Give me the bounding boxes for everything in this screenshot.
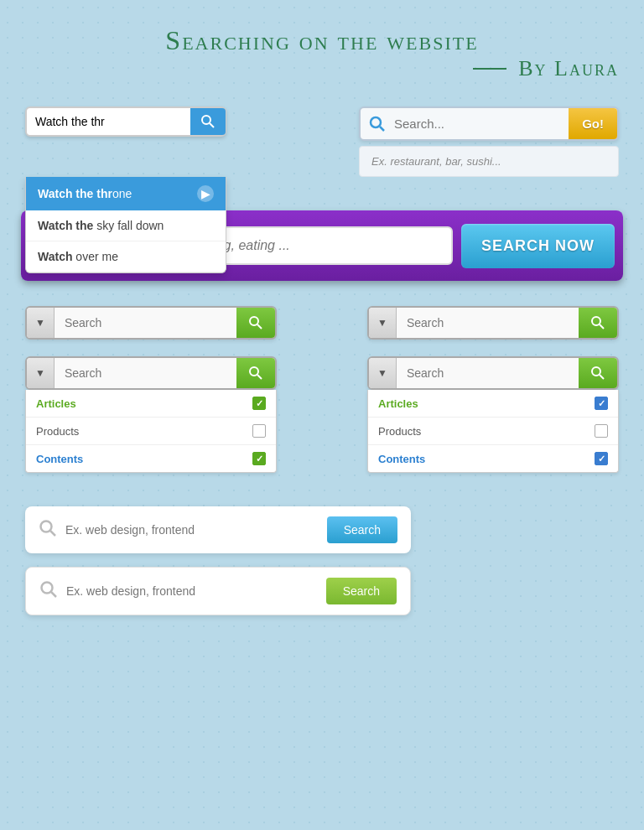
search-icon: [590, 366, 605, 381]
filter-checkbox-contents[interactable]: ✓: [252, 452, 266, 465]
page-subtitle: By Laura: [0, 56, 644, 81]
dropdown-search-left-bottom: ▼ Articles ✓ Products Contents: [25, 356, 277, 473]
filter-label: Articles: [378, 397, 418, 410]
autocomplete-item[interactable]: Watch the throne ▶: [26, 177, 226, 210]
svg-point-2: [371, 117, 381, 127]
svg-point-12: [592, 367, 600, 376]
dropdown-search-row: ▼: [367, 356, 619, 390]
autocomplete-dropdown: Watch the throne ▶ Watch the sky fall do…: [25, 177, 226, 273]
autocomplete-search-button[interactable]: [190, 108, 226, 135]
svg-line-11: [257, 375, 262, 379]
autocomplete-widget: Watch the throne ▶ Watch the sky fall do…: [25, 106, 226, 177]
dropdown-arrow-button[interactable]: ▼: [27, 308, 55, 338]
bottom-search-input-2[interactable]: [66, 584, 318, 598]
filter-checkbox-contents[interactable]: ✓: [595, 452, 608, 465]
search-icon: [590, 315, 605, 330]
page-title: Searching on the website: [0, 25, 644, 56]
filter-label: Contents: [36, 453, 83, 465]
filter-label: Products: [378, 425, 421, 438]
filter-item-contents[interactable]: Contents ✓: [368, 445, 618, 472]
autocomplete-input[interactable]: [27, 108, 190, 135]
svg-line-1: [210, 123, 214, 127]
search-icon: [248, 315, 263, 330]
go-search-hint: Ex. restaurant, bar, sushi...: [359, 146, 619, 177]
dropdown-search-right-top: ▼: [367, 306, 619, 340]
filter-item-products[interactable]: Products: [368, 418, 618, 445]
svg-line-3: [380, 127, 384, 131]
autocomplete-input-row: [25, 106, 226, 137]
search-icon: [248, 366, 263, 381]
dropdown-search-button[interactable]: [236, 358, 275, 388]
filter-checkbox-products[interactable]: [595, 424, 608, 438]
dropdown-search-row: ▼: [25, 356, 277, 390]
dropdown-arrow-button[interactable]: ▼: [369, 358, 397, 388]
dropdown-search-left-top: ▼: [25, 306, 277, 340]
svg-line-17: [51, 592, 56, 597]
dropdown-search-row: ▼: [367, 306, 619, 340]
go-search-widget: Go! Ex. restaurant, bar, sushi...: [359, 106, 619, 177]
section-search-demos: Watch the throne ▶ Watch the sky fall do…: [0, 90, 644, 202]
page-header: Searching on the website By Laura: [0, 0, 644, 90]
filter-checkbox-products[interactable]: [252, 424, 266, 438]
bottom-search-card-1: Search: [25, 506, 411, 553]
filter-checkbox-articles[interactable]: ✓: [252, 397, 266, 410]
svg-line-13: [600, 375, 604, 379]
svg-point-8: [592, 317, 600, 325]
dropdown-search-bottom-row: ▼ Articles ✓ Products Contents: [0, 356, 644, 473]
bottom-search-button-1[interactable]: Search: [327, 516, 397, 543]
filter-dropdown: Articles ✓ Products Contents ✓: [367, 390, 619, 473]
filter-dropdown: Articles ✓ Products Contents ✓: [25, 390, 277, 473]
dropdown-search-input[interactable]: [55, 358, 236, 388]
filter-label: Articles: [36, 397, 76, 410]
search-icon: [200, 114, 216, 129]
filter-item-articles[interactable]: Articles ✓: [26, 390, 276, 418]
bottom-search-card-2: Search: [25, 567, 411, 615]
dropdown-arrow-button[interactable]: ▼: [369, 308, 397, 338]
svg-line-9: [600, 324, 604, 329]
svg-point-0: [202, 116, 210, 124]
go-search-input[interactable]: [394, 108, 569, 139]
dropdown-search-input[interactable]: [55, 308, 236, 338]
bottom-search-button-2[interactable]: Search: [326, 578, 397, 604]
dropdown-search-input[interactable]: [397, 358, 579, 388]
svg-line-7: [257, 324, 262, 329]
filter-label: Products: [36, 425, 79, 438]
dropdown-search-row: ▼: [25, 306, 277, 340]
search-icon: [39, 519, 57, 542]
go-search-row: Go!: [359, 106, 619, 141]
filter-item-articles[interactable]: Articles ✓: [368, 390, 618, 418]
svg-point-16: [42, 582, 53, 593]
svg-point-14: [41, 521, 52, 532]
autocomplete-item[interactable]: Watch over me: [26, 241, 226, 272]
search-icon: [39, 580, 58, 603]
filter-item-products[interactable]: Products: [26, 418, 276, 445]
play-icon: ▶: [197, 185, 214, 202]
dropdown-search-input[interactable]: [397, 308, 579, 338]
search-now-button[interactable]: SEARCH NOW: [461, 224, 615, 268]
bottom-search-section: Search Search: [0, 490, 644, 632]
svg-point-10: [250, 367, 258, 376]
go-button[interactable]: Go!: [569, 108, 617, 139]
filter-item-contents[interactable]: Contents ✓: [26, 445, 276, 472]
dropdown-search-right-bottom: ▼ Articles ✓ Products Contents: [367, 356, 619, 473]
svg-line-15: [50, 531, 55, 536]
dropdown-search-top-row: ▼ ▼: [0, 306, 644, 340]
dropdown-search-button[interactable]: [236, 308, 275, 338]
dropdown-search-button[interactable]: [579, 358, 617, 388]
subtitle-line: [473, 68, 506, 70]
go-search-icon: [361, 116, 394, 132]
filter-label: Contents: [378, 453, 425, 465]
svg-point-6: [250, 317, 258, 325]
dropdown-search-button[interactable]: [579, 308, 617, 338]
bottom-search-input-1[interactable]: [65, 523, 319, 537]
autocomplete-item[interactable]: Watch the sky fall down: [26, 210, 226, 241]
dropdown-arrow-button[interactable]: ▼: [27, 358, 55, 388]
filter-checkbox-articles[interactable]: ✓: [595, 397, 608, 410]
